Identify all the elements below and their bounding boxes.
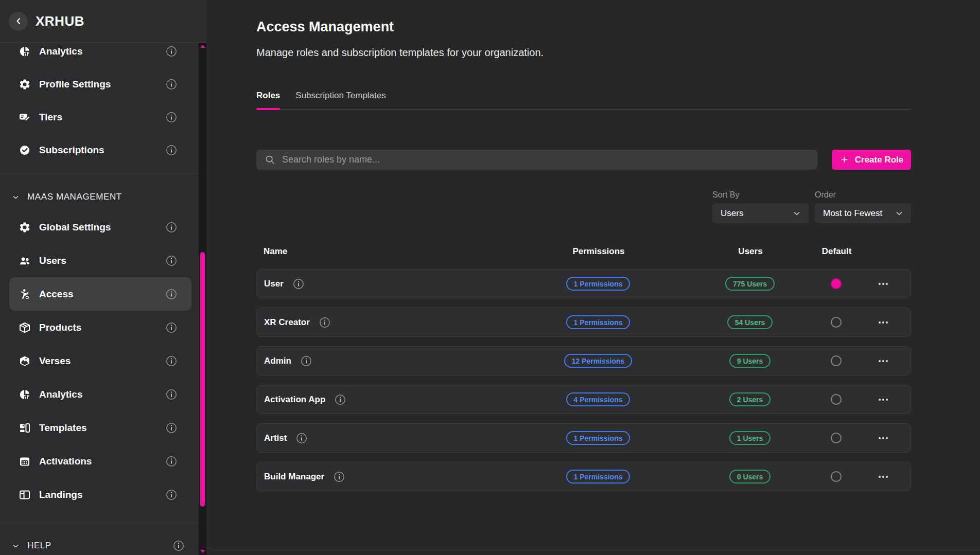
column-header-users: Users xyxy=(738,246,762,257)
templates-icon xyxy=(19,422,31,434)
sidebar-item-verses[interactable]: Verses xyxy=(9,344,191,378)
scrollbar-down-arrow[interactable] xyxy=(200,550,205,553)
info-icon[interactable] xyxy=(166,46,177,57)
sidebar-item-label: Profile Settings xyxy=(39,79,111,90)
tab-subscription-templates[interactable]: Subscription Templates xyxy=(295,91,386,109)
sidebar-item-landings[interactable]: Landings xyxy=(9,478,191,511)
sidebar-item-templates[interactable]: Templates xyxy=(9,411,191,444)
row-actions-menu[interactable] xyxy=(877,316,890,329)
row-actions-menu[interactable] xyxy=(877,277,890,291)
section-header-help[interactable]: HELP xyxy=(0,531,199,555)
row-actions-menu[interactable] xyxy=(877,470,890,484)
default-radio[interactable] xyxy=(831,433,842,443)
info-icon[interactable] xyxy=(166,489,177,500)
sidebar-item-activations[interactable]: Activations xyxy=(9,444,191,478)
permissions-badge: 12 Permissions xyxy=(564,354,633,368)
info-icon[interactable] xyxy=(334,471,345,482)
table-row[interactable]: Admin12 Permissions9 Users xyxy=(256,346,911,375)
sidebar-item-label: Tiers xyxy=(39,112,62,123)
create-role-label: Create Role xyxy=(855,155,903,165)
sidebar-item-global-settings[interactable]: Global Settings xyxy=(9,210,191,244)
info-icon[interactable] xyxy=(166,289,177,300)
row-actions-menu[interactable] xyxy=(877,393,890,406)
table-header: Name Permissions Users Default xyxy=(256,246,911,257)
scrollbar-up-arrow[interactable] xyxy=(200,45,205,48)
sidebar-item-label: Products xyxy=(39,322,81,333)
back-button[interactable] xyxy=(9,12,28,31)
permissions-badge: 1 Permissions xyxy=(566,431,631,445)
info-icon[interactable] xyxy=(166,222,177,233)
table-row[interactable]: User1 Permissions775 Users xyxy=(256,269,911,298)
info-icon[interactable] xyxy=(166,79,177,90)
section-label: MAAS MANAGEMENT xyxy=(27,192,122,202)
activations-icon xyxy=(19,455,31,468)
sidebar: XRHUB AnalyticsProfile SettingsTiersSubs… xyxy=(0,0,206,555)
chevron-left-icon xyxy=(13,16,24,26)
row-actions-menu[interactable] xyxy=(877,432,890,445)
sidebar-item-label: Templates xyxy=(39,422,87,434)
permissions-badge: 1 Permissions xyxy=(566,315,631,329)
roles-table: User1 Permissions775 UsersXR Creator1 Pe… xyxy=(256,269,911,491)
app-brand: XRHUB xyxy=(36,13,84,29)
default-radio[interactable] xyxy=(831,317,842,328)
order-select[interactable]: Most to Fewest xyxy=(815,203,911,223)
info-icon[interactable] xyxy=(166,355,177,367)
table-row[interactable]: XR Creator1 Permissions54 Users xyxy=(256,308,911,337)
sidebar-item-label: Access xyxy=(39,289,74,300)
default-radio[interactable] xyxy=(831,355,842,366)
sidebar-scrollbar[interactable] xyxy=(199,43,206,555)
tab-roles[interactable]: Roles xyxy=(256,91,280,109)
default-radio[interactable] xyxy=(831,278,842,289)
chevron-down-icon xyxy=(792,209,801,218)
default-radio[interactable] xyxy=(831,394,842,405)
info-icon[interactable] xyxy=(335,394,346,405)
sidebar-item-analytics[interactable]: Analytics xyxy=(9,378,191,411)
sidebar-item-profile-settings[interactable]: Profile Settings xyxy=(9,68,191,101)
sidebar-item-label: Analytics xyxy=(39,46,82,57)
chevron-down-icon xyxy=(11,542,20,550)
sidebar-item-label: Users xyxy=(39,255,66,266)
sidebar-item-label: Activations xyxy=(39,456,92,467)
create-role-button[interactable]: Create Role xyxy=(832,150,911,170)
users-badge: 2 Users xyxy=(729,392,771,406)
scrollbar-thumb[interactable] xyxy=(200,252,205,507)
info-icon[interactable] xyxy=(293,278,304,290)
sidebar-group-maas: Global SettingsUsersAccessProductsVerses… xyxy=(0,210,199,511)
plus-icon xyxy=(839,155,849,165)
sidebar-item-tiers[interactable]: Tiers xyxy=(9,101,191,134)
table-row[interactable]: Build Manager1 Permissions0 Users xyxy=(256,462,911,491)
sidebar-item-products[interactable]: Products xyxy=(9,311,191,344)
column-header-default: Default xyxy=(822,246,852,257)
table-row[interactable]: Activation App4 Permissions2 Users xyxy=(256,385,911,414)
section-header-maas-management[interactable]: MAAS MANAGEMENT xyxy=(0,184,199,210)
info-icon[interactable] xyxy=(166,456,177,467)
sidebar-item-subscriptions[interactable]: Subscriptions xyxy=(9,134,191,167)
info-icon[interactable] xyxy=(173,540,184,551)
analytics-icon xyxy=(19,388,31,401)
users-badge: 1 Users xyxy=(729,431,771,445)
info-icon[interactable] xyxy=(166,322,177,333)
info-icon[interactable] xyxy=(166,422,177,434)
row-actions-menu[interactable] xyxy=(877,354,890,368)
gear-icon xyxy=(19,221,31,234)
sort-by-select[interactable]: Users xyxy=(712,203,809,223)
sidebar-divider xyxy=(0,523,199,523)
info-icon[interactable] xyxy=(166,145,177,156)
search-input[interactable] xyxy=(282,154,809,165)
tab-bar: RolesSubscription Templates xyxy=(256,91,911,110)
info-icon[interactable] xyxy=(301,355,312,367)
table-row[interactable]: Artist1 Permissions1 Users xyxy=(256,423,911,453)
sidebar-item-analytics[interactable]: Analytics xyxy=(9,43,191,68)
info-icon[interactable] xyxy=(166,255,177,266)
users-badge: 0 Users xyxy=(729,470,771,484)
sidebar-group-top: AnalyticsProfile SettingsTiersSubscripti… xyxy=(0,43,199,167)
users-icon xyxy=(19,255,31,267)
column-header-name: Name xyxy=(264,246,514,257)
default-radio[interactable] xyxy=(831,471,842,482)
sidebar-item-access[interactable]: Access xyxy=(9,277,191,311)
info-icon[interactable] xyxy=(166,112,177,123)
sidebar-item-users[interactable]: Users xyxy=(9,244,191,277)
info-icon[interactable] xyxy=(319,317,330,328)
info-icon[interactable] xyxy=(166,389,177,400)
info-icon[interactable] xyxy=(296,433,307,444)
